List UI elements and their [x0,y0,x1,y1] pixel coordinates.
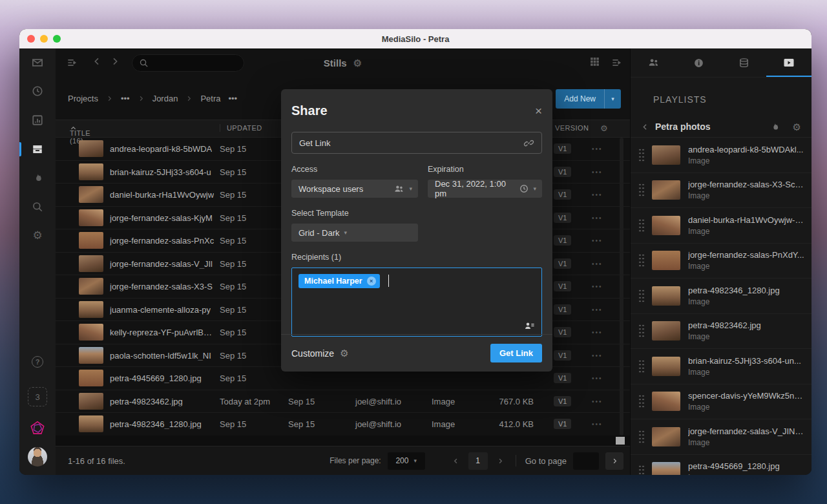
sidebar-item-search[interactable] [19,196,56,218]
files-per-page-select[interactable]: 200 ▾ [388,452,425,470]
drag-handle-icon[interactable] [638,359,644,373]
file-updated: Today at 2pm [220,396,270,406]
get-link-button[interactable]: Get Link [490,344,542,362]
expiration-select[interactable]: Dec 31, 2022, 1:00 pm ▾ [428,180,542,198]
collapse-sidebar-button[interactable] [66,56,79,69]
breadcrumb-jordan[interactable]: Jordan [152,94,178,103]
playlist-item[interactable]: andrea-leopardi-k8-5bWDAkl...Image [631,138,811,173]
close-window-button[interactable] [27,35,35,43]
playlist-item[interactable]: petra-49823462.jpgImage [631,314,811,350]
minimize-window-button[interactable] [40,35,48,43]
customize-gear-icon[interactable]: ⚙ [340,348,348,358]
sidebar-item-settings[interactable]: ⚙ [19,224,56,246]
tab-metadata[interactable] [721,48,766,77]
column-header-version[interactable]: VERSION [548,124,589,132]
column-header-title[interactable]: TITLE (16) [70,125,77,132]
user-menu[interactable] [19,446,56,468]
access-select[interactable]: Workspace users ▾ [291,180,418,198]
playlist-item[interactable]: jorge-fernandez-salas-V_JINc...Image [631,419,811,455]
next-page-button[interactable] [494,457,507,465]
flame-icon[interactable] [770,122,780,132]
column-settings-gear-icon[interactable]: ⚙ [600,123,608,133]
sidebar-notification-badge[interactable]: 3 [19,386,56,408]
playlist-item[interactable]: daniel-burka-rHa1WvOywjw-u...Image [631,208,811,244]
tab-collaborators[interactable] [631,48,676,77]
sidebar-item-messages[interactable] [19,52,56,74]
tab-playlists[interactable] [766,48,811,77]
sidebar-item-trending[interactable] [19,167,56,189]
drag-handle-icon[interactable] [638,148,644,162]
breadcrumb-petra[interactable]: Petra [200,94,220,103]
customize-button[interactable]: Customize [291,348,334,359]
recipients-input[interactable]: Michael Harper × [291,268,542,337]
playlist-settings-gear-icon[interactable]: ⚙ [793,122,801,132]
template-select[interactable]: Grid - Dark ▾ [291,224,418,242]
playlist-item[interactable]: petra-4982346_1280.jpgImage [631,278,811,314]
nav-back-button[interactable] [92,56,102,67]
panel-toggle-button[interactable] [611,56,623,69]
playlist-item[interactable]: jorge-fernandez-salas-X3-Sc9...Image [631,173,811,209]
remove-recipient-icon[interactable]: × [367,277,376,286]
database-icon [738,58,749,68]
drag-handle-icon[interactable] [638,465,644,475]
sidebar-item-library[interactable] [19,138,56,160]
row-menu-button[interactable]: ••• [592,352,603,359]
row-menu-button[interactable]: ••• [592,145,603,152]
tab-info[interactable] [676,48,721,77]
scrollbar-handle[interactable] [616,437,625,445]
current-page-box[interactable]: 1 [468,452,488,470]
table-row[interactable]: petra-4982346_1280.jpgSep 15Sep 15joel@s… [56,413,630,436]
workspace-logo[interactable] [19,417,56,439]
page-settings-gear-icon[interactable]: ⚙ [353,58,362,68]
row-menu-button[interactable]: ••• [592,421,603,428]
recipient-chip[interactable]: Michael Harper × [298,274,380,288]
playlist-item[interactable]: jorge-fernandez-salas-PnXdY...Image [631,244,811,279]
archive-box-icon [32,143,43,155]
search-input[interactable] [132,54,244,72]
link-name-input[interactable]: Get Link [291,132,542,154]
playlist-item[interactable]: petra-4945669_1280.jpgImage [631,455,811,476]
horizontal-scrollbar[interactable] [56,436,630,446]
playlist-item[interactable]: brian-kairuz-5JHj33-s604-un...Image [631,349,811,384]
drag-handle-icon[interactable] [638,324,644,338]
row-menu-button[interactable]: ••• [592,214,603,221]
drag-handle-icon[interactable] [638,253,644,268]
row-menu-button[interactable]: ••• [592,375,603,382]
close-modal-button[interactable]: × [535,105,542,117]
drag-handle-icon[interactable] [638,430,644,444]
add-new-button[interactable]: Add New [556,89,604,109]
zoom-window-button[interactable] [53,35,61,43]
row-menu-button[interactable]: ••• [592,237,603,244]
row-menu-button[interactable]: ••• [592,191,603,198]
prev-page-button[interactable] [450,457,462,465]
back-chevron-icon[interactable] [641,123,649,131]
sidebar-item-recent[interactable] [19,80,56,102]
breadcrumb-ellipsis[interactable]: ••• [121,94,130,103]
table-row[interactable]: petra-49823462.jpgToday at 2pmSep 15joel… [56,390,630,414]
row-menu-button[interactable]: ••• [592,306,603,313]
row-menu-button[interactable]: ••• [592,283,603,290]
go-to-page-button[interactable] [605,452,623,470]
breadcrumb-more-menu[interactable]: ••• [228,94,237,103]
flame-icon [32,173,43,184]
contacts-icon[interactable] [524,321,535,331]
drag-handle-icon[interactable] [638,289,644,303]
go-to-page-input[interactable] [573,452,599,470]
grid-view-button[interactable] [589,56,600,67]
breadcrumb-projects[interactable]: Projects [68,94,98,103]
sidebar-item-analytics[interactable] [19,109,56,131]
nav-forward-button[interactable] [110,56,120,67]
drag-handle-icon[interactable] [638,183,644,197]
row-menu-button[interactable]: ••• [592,260,603,267]
playlist-name[interactable]: Petra photos [655,121,770,132]
drag-handle-icon[interactable] [638,394,644,408]
add-new-dropdown-button[interactable]: ▾ [604,89,621,109]
row-menu-button[interactable]: ••• [592,168,603,175]
vertical-scrollbar[interactable] [620,138,623,436]
column-header-updated[interactable]: UPDATED [220,124,262,132]
drag-handle-icon[interactable] [638,218,644,233]
row-menu-button[interactable]: ••• [592,329,603,336]
sidebar-item-help[interactable]: ? [19,351,56,373]
playlist-item[interactable]: spencer-davis-yYeM9Wkz5ng...Image [631,384,811,420]
row-menu-button[interactable]: ••• [592,397,603,404]
